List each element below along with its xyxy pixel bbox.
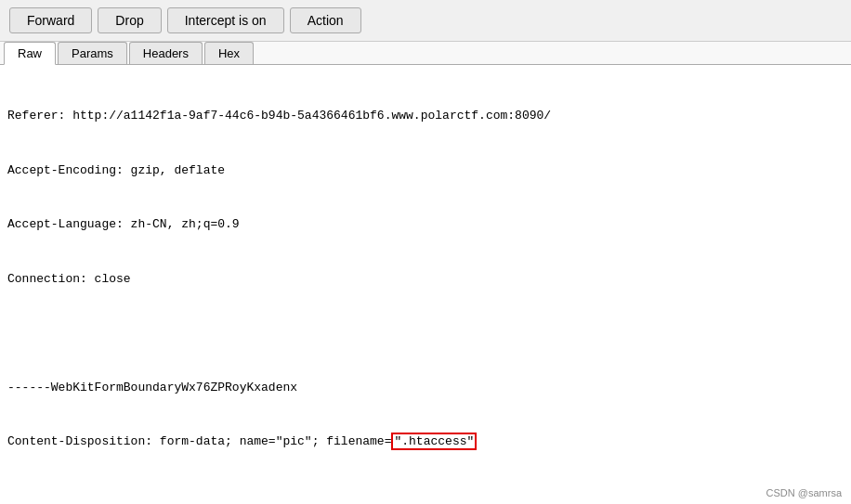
line-empty1	[7, 324, 844, 342]
line-accept-language: Accept-Language: zh-CN, zh;q=0.9	[7, 215, 844, 234]
tab-params[interactable]: Params	[58, 42, 127, 64]
htaccess-highlight: ".htaccess"	[391, 433, 477, 450]
tabs-bar: Raw Params Headers Hex	[0, 42, 851, 65]
line-boundary1: ------WebKitFormBoundaryWx76ZPRoyKxadenx	[7, 379, 844, 397]
drop-button[interactable]: Drop	[98, 7, 161, 33]
toolbar: Forward Drop Intercept is on Action	[0, 0, 851, 42]
line-content-disposition: Content-Disposition: form-data; name="pi…	[7, 433, 844, 451]
line-connection: Connection: close	[7, 270, 844, 289]
line-accept-encoding: Accept-Encoding: gzip, deflate	[7, 162, 844, 180]
forward-button[interactable]: Forward	[9, 7, 92, 33]
tab-hex[interactable]: Hex	[204, 42, 254, 64]
watermark: CSDN @samrsa	[766, 487, 842, 498]
content-area: Referer: http://a1142f1a-9af7-44c6-b94b-…	[0, 65, 851, 481]
intercept-button[interactable]: Intercept is on	[167, 7, 284, 33]
line-referer: Referer: http://a1142f1a-9af7-44c6-b94b-…	[7, 107, 844, 125]
tab-headers[interactable]: Headers	[129, 42, 203, 64]
action-button[interactable]: Action	[290, 7, 361, 33]
tab-raw[interactable]: Raw	[4, 42, 56, 65]
